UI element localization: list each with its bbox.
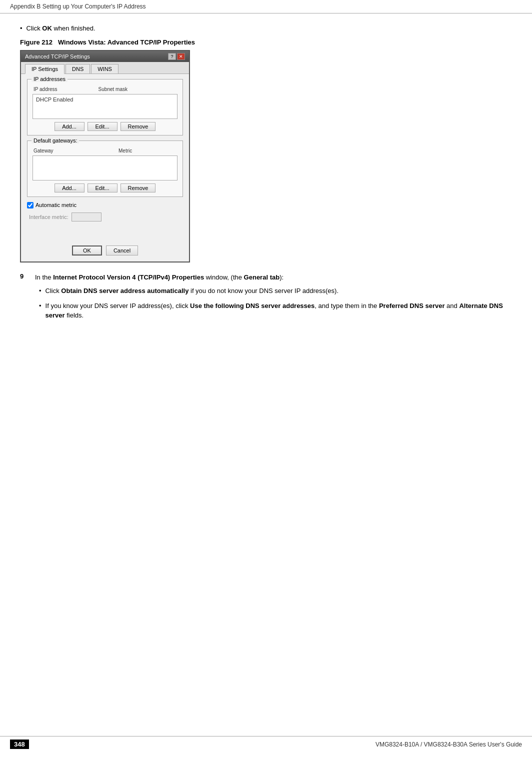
step-title: In the Internet Protocol Version 4 (TCP/…	[35, 272, 512, 282]
step-content: In the Internet Protocol Version 4 (TCP/…	[35, 272, 512, 326]
step-9-section: 9 In the Internet Protocol Version 4 (TC…	[20, 272, 512, 326]
interface-metric-input[interactable]	[72, 212, 102, 222]
footer-title: VMG8324-B10A / VMG8324-B30A Series User'…	[376, 741, 522, 748]
dialog-body: IP addresses IP address Subnet mask DHCP…	[21, 74, 189, 242]
interface-metric-label: Interface metric:	[29, 214, 68, 220]
step-bullet-1: • Click Obtain DNS server address automa…	[39, 286, 512, 296]
page-number: 348	[10, 740, 29, 749]
automatic-metric-row: Automatic metric	[27, 202, 183, 208]
protocol-label: Internet Protocol Version 4 (TCP/IPv4) P…	[53, 274, 204, 281]
ip-addresses-title: IP addresses	[32, 76, 68, 82]
page-content: • Click OK when finished. Figure 212 Win…	[0, 14, 532, 346]
gateways-group: Default gateways: Gateway Metric Add... …	[27, 140, 183, 197]
tab-dns[interactable]: DNS	[66, 64, 90, 74]
tab-wins[interactable]: WINS	[91, 64, 118, 74]
dialog-titlebar: Advanced TCP/IP Settings ? ✕	[21, 51, 189, 62]
gateway-edit-button[interactable]: Edit...	[88, 184, 118, 192]
step-number: 9	[20, 272, 30, 326]
help-button[interactable]: ?	[168, 53, 176, 60]
ip-edit-button[interactable]: Edit...	[88, 122, 118, 131]
dialog-tabs: IP Settings DNS WINS	[21, 62, 189, 74]
page-footer: 348 VMG8324-B10A / VMG8324-B30A Series U…	[0, 736, 532, 752]
ok-label: OK	[42, 24, 52, 32]
bullet-dot-2: •	[39, 301, 42, 320]
col-gateway: Gateway	[34, 148, 118, 154]
col-subnet-mask: Subnet mask	[98, 86, 176, 93]
ip-table-area: DHCP Enabled	[32, 94, 178, 119]
automatic-metric-label: Automatic metric	[36, 202, 76, 208]
page-header: Appendix B Setting up Your Computer's IP…	[0, 0, 532, 14]
dhcp-enabled-row: DHCP Enabled	[33, 94, 177, 104]
tab-ip-settings[interactable]: IP Settings	[25, 64, 64, 74]
col-metric: Metric	[118, 148, 176, 154]
ok-button[interactable]: OK	[72, 246, 102, 256]
ip-add-button[interactable]: Add...	[54, 122, 84, 131]
gateway-table: Gateway Metric	[32, 147, 178, 156]
use-following-dns-label: Use the following DNS server addresses	[190, 302, 314, 310]
figure-label: Figure 212 Windows Vista: Advanced TCP/I…	[20, 38, 512, 46]
obtain-dns-label: Obtain DNS server address automatically	[61, 287, 188, 294]
step-bullet-2: • If you know your DNS server IP address…	[39, 301, 512, 320]
close-button[interactable]: ✕	[177, 53, 185, 60]
bullet-dot: •	[20, 24, 22, 34]
ip-buttons: Add... Edit... Remove	[32, 122, 178, 131]
bullet-dot-1: •	[39, 286, 42, 296]
titlebar-buttons: ? ✕	[168, 53, 185, 60]
ip-table: IP address Subnet mask	[32, 86, 178, 94]
col-ip-address: IP address	[34, 86, 98, 93]
dialog-title: Advanced TCP/IP Settings	[25, 54, 90, 60]
header-title: Appendix B Setting up Your Computer's IP…	[10, 3, 146, 10]
intro-bullet: • Click OK when finished.	[20, 24, 512, 34]
ip-remove-button[interactable]: Remove	[120, 122, 156, 131]
gateways-title: Default gateways:	[32, 138, 79, 144]
cancel-button[interactable]: Cancel	[106, 246, 138, 256]
bullet-text-1: Click Obtain DNS server address automati…	[46, 286, 338, 296]
step-bullets: • Click Obtain DNS server address automa…	[39, 286, 512, 320]
preferred-dns-label: Preferred DNS server	[379, 302, 445, 310]
gateway-buttons: Add... Edit... Remove	[32, 184, 178, 192]
bullet-text-2: If you know your DNS server IP address(e…	[46, 301, 512, 320]
dialog-footer: OK Cancel	[21, 242, 189, 262]
spacer	[27, 222, 183, 236]
intro-text: Click OK when finished.	[26, 24, 96, 34]
windows-dialog: Advanced TCP/IP Settings ? ✕ IP Settings…	[20, 50, 190, 262]
automatic-metric-checkbox[interactable]	[27, 202, 34, 208]
general-tab-label: General tab	[244, 274, 280, 281]
gateway-table-area	[32, 156, 178, 180]
ip-addresses-group: IP addresses IP address Subnet mask DHCP…	[27, 79, 183, 136]
interface-metric-row: Interface metric:	[27, 212, 183, 222]
gateway-remove-button[interactable]: Remove	[120, 184, 156, 192]
gateway-add-button[interactable]: Add...	[54, 184, 84, 192]
